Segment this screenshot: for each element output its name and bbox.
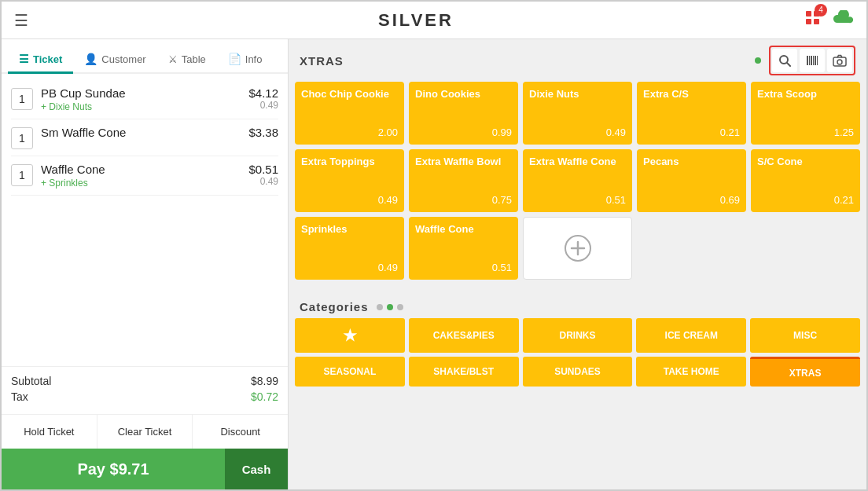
action-buttons: Hold Ticket Clear Ticket Discount <box>2 414 288 449</box>
product-price-sprinkles: 0.49 <box>301 262 398 273</box>
barcode-button[interactable] <box>800 49 825 72</box>
item-name-1: PB Cup Sundae <box>41 86 239 100</box>
order-item-3[interactable]: 1 Waffle Cone + Sprinkles $0.51 0.49 <box>11 156 278 196</box>
item-addon-3: + Sprinkles <box>41 178 239 189</box>
search-tools <box>769 46 855 75</box>
pay-row: Pay $9.71 Cash <box>2 449 288 489</box>
discount-button[interactable]: Discount <box>193 415 288 449</box>
product-card-extra-cs[interactable]: Extra C/S 0.21 <box>637 82 746 145</box>
cat-xtras-button[interactable]: XTRAS <box>750 357 860 387</box>
order-item-2[interactable]: 1 Sm Waffle Cone $3.38 <box>11 119 278 156</box>
svg-rect-3 <box>814 19 819 24</box>
svg-rect-7 <box>809 56 810 65</box>
svg-rect-1 <box>806 19 811 24</box>
product-price-extra-waffle-cone: 0.51 <box>529 194 626 206</box>
tab-ticket[interactable]: ☰ Ticket <box>8 46 73 74</box>
svg-line-5 <box>787 63 790 66</box>
cat-shake-button[interactable]: SHAKE/BLST <box>409 357 519 387</box>
item-qty-1[interactable]: 1 <box>11 88 33 110</box>
categories-section: Categories ★ CAKES&PIES DRINKS ICE CREAM… <box>289 295 866 397</box>
product-price-dixie: 0.49 <box>529 126 626 138</box>
xtras-header: XTRAS <box>289 39 866 82</box>
product-name-waffle-cone: Waffle Cone <box>415 223 512 236</box>
item-price-2: $3.38 <box>239 126 278 139</box>
product-price-pecans: 0.69 <box>643 194 740 206</box>
cat-seasonal-button[interactable]: SEASONAL <box>295 357 405 387</box>
product-price-sc-cone: 0.21 <box>757 194 854 206</box>
notification-badge: 4 <box>815 4 827 16</box>
cat-cakes-pies-button[interactable]: CAKES&PIES <box>409 318 519 353</box>
cat-dot-3 <box>397 304 403 310</box>
product-card-extra-scoop[interactable]: Extra Scoop 1.25 <box>751 82 860 145</box>
item-name-2: Sm Waffle Cone <box>41 126 239 139</box>
cat-dot-1 <box>377 304 383 310</box>
product-price-choc-chip: 2.00 <box>301 126 398 138</box>
product-card-extra-waffle-cone[interactable]: Extra Waffle Cone 0.51 <box>523 149 632 212</box>
tab-table[interactable]: ⚔ Table <box>157 47 217 74</box>
product-card-sprinkles[interactable]: Sprinkles 0.49 <box>295 217 404 280</box>
product-name-pecans: Pecans <box>643 156 740 169</box>
hold-ticket-button[interactable]: Hold Ticket <box>2 415 97 449</box>
order-totals: Subtotal $8.99 Tax $0.72 <box>2 366 288 414</box>
cat-favorites-button[interactable]: ★ <box>295 318 405 353</box>
add-item-icon <box>530 224 625 273</box>
svg-rect-10 <box>815 56 816 65</box>
tab-info[interactable]: 📄 Info <box>217 46 274 74</box>
svg-rect-6 <box>807 56 808 65</box>
notification-icon[interactable]: 4 <box>804 9 822 32</box>
product-card-pecans[interactable]: Pecans 0.69 <box>637 149 746 212</box>
cat-misc-button[interactable]: MISC <box>750 318 860 353</box>
product-price-extra-scoop: 1.25 <box>757 126 854 138</box>
item-addon-1: + Dixie Nuts <box>41 101 239 112</box>
star-icon: ★ <box>343 326 357 345</box>
svg-rect-8 <box>811 56 812 65</box>
item-details-3: Waffle Cone + Sprinkles <box>41 163 239 189</box>
camera-button[interactable] <box>827 49 852 72</box>
pay-button[interactable]: Pay $9.71 <box>2 449 225 489</box>
tab-customer[interactable]: 👤 Customer <box>73 46 156 74</box>
product-name-extra-toppings: Extra Toppings <box>301 156 398 169</box>
xtras-dot-1 <box>755 57 761 64</box>
product-name-extra-waffle-cone: Extra Waffle Cone <box>529 156 626 169</box>
subtotal-value: $8.99 <box>251 375 278 387</box>
product-card-extra-toppings[interactable]: Extra Toppings 0.49 <box>295 149 404 212</box>
product-name-choc-chip: Choc Chip Cookie <box>301 88 398 101</box>
product-price-dino: 0.99 <box>415 126 512 138</box>
categories-title: Categories <box>300 300 369 313</box>
product-name-dino: Dino Cookies <box>415 88 512 101</box>
cat-ice-cream-button[interactable]: ICE CREAM <box>636 318 746 353</box>
product-card-choc-chip[interactable]: Choc Chip Cookie 2.00 <box>295 82 404 145</box>
product-card-dixie[interactable]: Dixie Nuts 0.49 <box>523 82 632 145</box>
product-card-dino[interactable]: Dino Cookies 0.99 <box>409 82 518 145</box>
categories-row2: SEASONAL SHAKE/BLST SUNDAES TAKE HOME XT… <box>295 357 860 387</box>
item-addon-price-3: 0.49 <box>260 176 278 187</box>
product-price-extra-toppings: 0.49 <box>301 194 398 206</box>
svg-rect-0 <box>806 11 811 16</box>
cat-drinks-button[interactable]: DRINKS <box>523 318 633 353</box>
clear-ticket-button[interactable]: Clear Ticket <box>97 415 193 449</box>
item-details-1: PB Cup Sundae + Dixie Nuts <box>41 86 239 112</box>
product-price-waffle-cone: 0.51 <box>415 262 512 273</box>
product-card-waffle-cone[interactable]: Waffle Cone 0.51 <box>409 217 518 280</box>
product-card-sc-cone[interactable]: S/C Cone 0.21 <box>751 149 860 212</box>
cloud-icon <box>832 10 854 31</box>
subtotal-label: Subtotal <box>11 375 51 387</box>
hamburger-icon[interactable]: ☰ <box>14 11 28 30</box>
product-card-add[interactable] <box>523 217 632 280</box>
cat-take-home-button[interactable]: TAKE HOME <box>636 357 746 387</box>
product-card-extra-waffle-bowl[interactable]: Extra Waffle Bowl 0.75 <box>409 149 518 212</box>
cash-button[interactable]: Cash <box>225 449 288 489</box>
search-button[interactable] <box>772 49 797 72</box>
order-items: 1 PB Cup Sundae + Dixie Nuts $4.12 0.49 … <box>2 74 288 366</box>
product-name-extra-scoop: Extra Scoop <box>757 88 854 101</box>
product-name-extra-cs: Extra C/S <box>643 88 740 101</box>
order-item-1[interactable]: 1 PB Cup Sundae + Dixie Nuts $4.12 0.49 <box>11 80 278 119</box>
product-name-sprinkles: Sprinkles <box>301 223 398 236</box>
item-qty-3[interactable]: 1 <box>11 164 33 186</box>
tax-value: $0.72 <box>251 390 278 403</box>
product-name-dixie: Dixie Nuts <box>529 88 626 101</box>
cat-sundaes-button[interactable]: SUNDAES <box>523 357 633 387</box>
tabs: ☰ Ticket 👤 Customer ⚔ Table 📄 Info <box>2 39 288 74</box>
item-qty-2[interactable]: 1 <box>11 127 33 149</box>
product-grid: Choc Chip Cookie 2.00 Dino Cookies 0.99 … <box>289 82 866 286</box>
